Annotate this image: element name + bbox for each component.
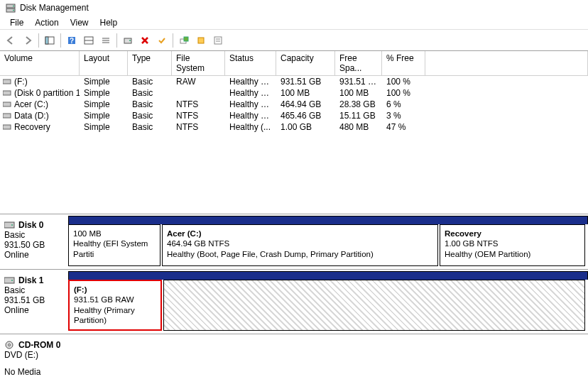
svg-point-3	[13, 10, 14, 11]
part-line2: Healthy (Boot, Page File, Crash Dump, Pr…	[167, 249, 433, 259]
cdrom-state: No Media	[4, 367, 62, 377]
svg-rect-25	[3, 125, 11, 129]
menu-action[interactable]: Action	[29, 16, 64, 29]
disk-info-0[interactable]: Disk 0 Basic 931.50 GB Online	[0, 214, 67, 269]
disk0-partition-0[interactable]: 100 MB Healthy (EFI System Partiti	[68, 224, 160, 266]
col-fs[interactable]: File System	[172, 51, 225, 75]
col-volume[interactable]: Volume	[0, 51, 80, 75]
toolbar-sep-3	[116, 33, 117, 48]
col-freespace[interactable]: Free Spa...	[335, 51, 382, 75]
menu-view[interactable]: View	[65, 16, 94, 29]
cdrom-icon	[4, 341, 16, 349]
svg-rect-24	[3, 114, 11, 118]
disk1-stripe	[68, 271, 588, 280]
disk1-graphic: (F:) 931.51 GB RAW Healthy (Primary Part…	[67, 270, 588, 334]
svg-text:?: ?	[70, 37, 74, 45]
disk1-name: Disk 1	[18, 275, 43, 285]
vol-name: Acer (C:)	[14, 99, 48, 109]
volume-list-header: Volume Layout Type File System Status Ca…	[0, 51, 588, 76]
toolbar-sep-1	[38, 33, 39, 48]
title-bar: Disk Management	[0, 0, 588, 16]
disk0-size: 931.50 GB	[4, 240, 62, 250]
volume-row[interactable]: (Disk 0 partition 1)SimpleBasicHealthy (…	[0, 87, 588, 99]
properties-icon[interactable]	[210, 33, 226, 48]
vol-type: Basic	[128, 76, 172, 87]
volume-icon	[3, 124, 11, 130]
svg-rect-17	[198, 38, 204, 43]
help-icon[interactable]: ?	[64, 33, 80, 48]
disk0-graphic: 100 MB Healthy (EFI System Partiti Acer …	[67, 214, 588, 269]
cdrom-type: DVD (E:)	[4, 350, 62, 360]
toolbar: ?	[0, 30, 588, 51]
delete-icon[interactable]	[137, 33, 153, 48]
col-pctfree[interactable]: % Free	[382, 51, 425, 75]
volume-row[interactable]: Acer (C:)SimpleBasicNTFSHealthy (B...464…	[0, 99, 588, 110]
action2-icon[interactable]	[193, 33, 209, 48]
vol-free: 28.38 GB	[335, 99, 382, 110]
volume-row[interactable]: (F:)SimpleBasicRAWHealthy (P...931.51 GB…	[0, 76, 588, 87]
vol-name: Data (D:)	[14, 111, 49, 121]
volume-icon	[3, 90, 11, 96]
vol-name: (F:)	[14, 77, 28, 87]
window-title: Disk Management	[20, 3, 89, 13]
vol-capacity: 465.46 GB	[276, 110, 335, 121]
col-capacity[interactable]: Capacity	[276, 51, 335, 75]
vol-fs: RAW	[172, 76, 225, 87]
vol-capacity: 464.94 GB	[276, 99, 335, 110]
col-spacer	[425, 51, 588, 75]
vol-pct: 3 %	[382, 110, 425, 121]
attach-icon[interactable]	[176, 33, 192, 48]
part-line2: Healthy (OEM Partition)	[445, 249, 580, 259]
vol-pct: 100 %	[382, 87, 425, 99]
disk-info-cdrom[interactable]: CD-ROM 0 DVD (E:) No Media	[0, 334, 67, 385]
disk-info-1[interactable]: Disk 1 Basic 931.51 GB Online	[0, 270, 67, 334]
part-line2: Healthy (Primary Partition)	[74, 305, 156, 326]
volume-row[interactable]: Data (D:)SimpleBasicNTFSHealthy (P...465…	[0, 110, 588, 121]
disk1-size: 931.51 GB	[4, 295, 62, 305]
vol-free: 100 MB	[335, 87, 382, 99]
show-console-icon[interactable]	[42, 33, 58, 48]
menu-help[interactable]: Help	[94, 16, 124, 29]
check-icon[interactable]	[154, 33, 170, 48]
vol-free: 931.51 GB	[335, 76, 382, 87]
part-sub: 464.94 GB NTFS	[167, 238, 433, 248]
svg-point-31	[9, 344, 11, 346]
disk-icon	[4, 276, 16, 285]
vol-status: Healthy (P...	[225, 110, 276, 121]
vol-capacity: 100 MB	[276, 87, 335, 99]
vol-free: 15.11 GB	[335, 110, 382, 121]
back-icon[interactable]	[3, 33, 18, 48]
vol-type: Basic	[128, 99, 172, 110]
menu-file[interactable]: File	[4, 16, 29, 29]
svg-rect-5	[45, 37, 48, 44]
svg-rect-18	[214, 37, 222, 44]
vol-pct: 47 %	[382, 121, 425, 133]
svg-rect-23	[3, 102, 11, 106]
part-sub: 931.51 GB RAW	[74, 295, 156, 305]
forward-icon[interactable]	[20, 33, 36, 48]
list-icon[interactable]	[98, 33, 114, 48]
app-icon	[6, 3, 16, 13]
disk0-partition-2[interactable]: Recovery 1.00 GB NTFS Healthy (OEM Parti…	[440, 224, 585, 266]
col-status[interactable]: Status	[225, 51, 276, 75]
volume-icon	[3, 79, 11, 84]
col-type[interactable]: Type	[128, 51, 172, 75]
disk1-partition-1[interactable]	[163, 280, 585, 331]
disk1-partition-0[interactable]: (F:) 931.51 GB RAW Healthy (Primary Part…	[68, 280, 162, 331]
part-line2: Healthy (EFI System Partiti	[73, 238, 156, 259]
disk1-type: Basic	[4, 285, 62, 295]
vol-name: (Disk 0 partition 1)	[14, 88, 80, 98]
vol-layout: Simple	[80, 99, 128, 110]
vol-status: Healthy (P...	[225, 76, 276, 87]
vol-pct: 6 %	[382, 99, 425, 110]
volume-row[interactable]: RecoverySimpleBasicNTFSHealthy (...1.00 …	[0, 121, 588, 133]
panel-icon[interactable]	[81, 33, 97, 48]
svg-point-27	[11, 224, 13, 226]
format-icon[interactable]	[120, 33, 136, 48]
disk-panel-cdrom: CD-ROM 0 DVD (E:) No Media	[0, 334, 588, 385]
col-layout[interactable]: Layout	[80, 51, 128, 75]
vol-type: Basic	[128, 121, 172, 133]
volume-icon	[3, 102, 11, 107]
disk0-partition-1[interactable]: Acer (C:) 464.94 GB NTFS Healthy (Boot, …	[162, 224, 438, 266]
part-title: Recovery	[445, 229, 580, 238]
